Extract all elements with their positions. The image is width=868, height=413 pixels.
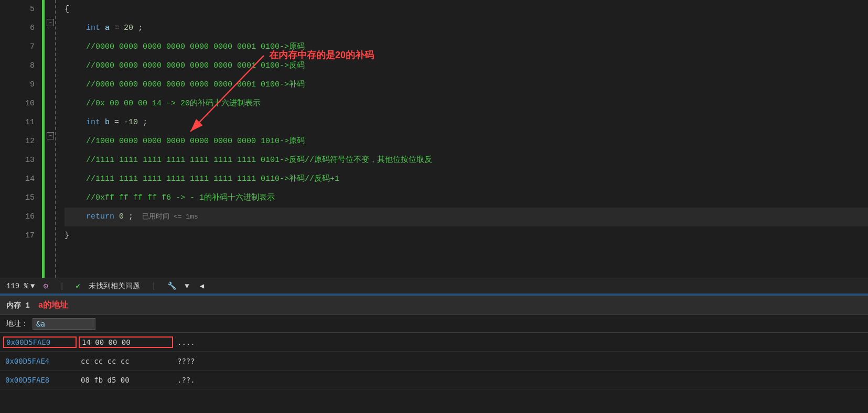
address-field-label: 地址： (6, 319, 28, 329)
zoom-control[interactable]: 119 % ▼ (6, 282, 35, 290)
line-numbers: 5 6 7 8 9 10 11 12 13 14 15 16 17 (0, 0, 42, 278)
fold-icon-7[interactable]: − (47, 19, 54, 26)
code-line-6: int a = 20 ; (65, 19, 868, 38)
line-num-11: 11 (0, 113, 35, 132)
line-num-17: 17 (0, 226, 35, 245)
code-line-12: //1000 0000 0000 0000 0000 0000 0000 101… (65, 132, 868, 151)
memory-row-0: 0x00D5FAE0 14 00 00 00 .... (0, 333, 868, 352)
code-line-9: //0000 0000 0000 0000 0000 0000 0001 010… (65, 75, 868, 94)
code-line-13: //1111 1111 1111 1111 1111 1111 1111 010… (65, 151, 868, 170)
status-check-icon: ✔ (76, 281, 80, 290)
line-num-8: 8 (0, 57, 35, 75)
line-num-15: 15 (0, 189, 35, 208)
line-num-13: 13 (0, 151, 35, 170)
line-num-16: 16 (0, 208, 35, 226)
line-num-14: 14 (0, 170, 35, 189)
mem-addr-2: 0x00D5FAE8 (3, 375, 77, 385)
status-purple-icon: ⚙ (43, 281, 48, 291)
mem-bytes-2: 08 fb d5 00 (79, 375, 173, 385)
code-line-16: ➤ return 0 ; 已用时间 <= 1ms (65, 208, 868, 226)
mem-bytes-0: 14 00 00 00 (79, 336, 173, 348)
code-line-7: //0000 0000 0000 0000 0000 0000 0001 010… (65, 38, 868, 57)
line-num-6: 6 (0, 19, 35, 38)
mem-ascii-2: .??. (177, 376, 195, 384)
mem-addr-1: 0x00D5FAE4 (3, 356, 77, 366)
memory-row-2: 0x00D5FAE8 08 fb d5 00 .??. (0, 371, 868, 389)
code-line-10: //0x 00 00 00 14 -> 20的补码十六进制表示 (65, 94, 868, 113)
editor-area: 5 6 7 8 9 10 11 12 13 14 15 16 17 − − (0, 0, 868, 278)
memory-header: 内存 1 a的地址 (0, 296, 868, 315)
status-divider-2: | (152, 282, 156, 290)
memory-title: 内存 1 (6, 301, 30, 310)
code-lines: { int a = 20 ; //0000 0000 0000 0000 000… (59, 0, 868, 278)
code-line-5: { (65, 0, 868, 19)
status-bar: 119 % ▼ ⚙ | ✔ 未找到相关问题 | 🔧 ▼ ◀ (0, 278, 868, 294)
zoom-dropdown-icon[interactable]: ▼ (30, 282, 35, 290)
status-wrench-icon[interactable]: 🔧 (167, 281, 176, 290)
gutter: − − (45, 0, 59, 278)
status-arrow-left[interactable]: ◀ (200, 281, 204, 290)
code-line-15: //0xff ff ff ff f6 -> - 1的补码十六进制表示 (65, 189, 868, 208)
memory-address-label: a的地址 (38, 300, 69, 311)
zoom-value: 119 % (6, 282, 28, 290)
no-issues-text: 未找到相关问题 (89, 281, 140, 291)
line-num-7: 7 (0, 38, 35, 57)
memory-address-row: 地址： (0, 315, 868, 333)
line-num-5: 5 (0, 0, 35, 19)
mem-bytes-1: cc cc cc cc (79, 356, 173, 366)
address-input[interactable] (33, 318, 95, 330)
line-num-10: 10 (0, 94, 35, 113)
status-divider-1: | (60, 282, 64, 290)
memory-panel: 内存 1 a的地址 地址： 0x00D5FAE0 14 00 00 00 ...… (0, 296, 868, 413)
code-line-11: int b = -10 ; 在内存中存的是20的补码 (65, 113, 868, 132)
line-num-9: 9 (0, 75, 35, 94)
code-line-8: //0000 0000 0000 0000 0000 0000 0001 010… (65, 57, 868, 75)
mem-ascii-1: ???? (177, 357, 195, 365)
mem-ascii-0: .... (177, 338, 195, 346)
code-line-17: } (65, 226, 868, 245)
memory-row-1: 0x00D5FAE4 cc cc cc cc ???? (0, 352, 868, 371)
code-line-14: //1111 1111 1111 1111 1111 1111 1111 011… (65, 170, 868, 189)
mem-addr-0: 0x00D5FAE0 (3, 336, 77, 348)
fold-icon-12[interactable]: − (47, 132, 54, 139)
memory-data: 0x00D5FAE0 14 00 00 00 .... 0x00D5FAE4 c… (0, 333, 868, 389)
status-dropdown-icon[interactable]: ▼ (185, 282, 189, 290)
line-num-12: 12 (0, 132, 35, 151)
